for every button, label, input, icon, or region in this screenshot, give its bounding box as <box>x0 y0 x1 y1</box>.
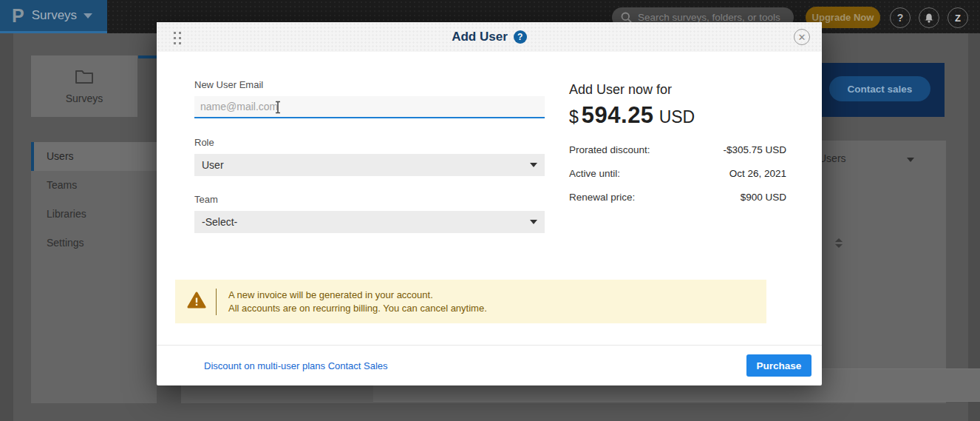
table-divider <box>373 401 980 402</box>
modal-footer: Discount on multi-user plans Contact Sal… <box>157 345 822 385</box>
price-heading: Add User now for <box>569 82 672 98</box>
sidebar-item-settings[interactable]: Settings <box>31 229 157 257</box>
app-root: Surveys Users Teams Libraries Settings C… <box>0 0 980 421</box>
sidebar-item-libraries[interactable]: Libraries <box>31 200 157 229</box>
warning-line1: A new invoice will be generated in your … <box>228 289 487 302</box>
close-icon[interactable]: ✕ <box>794 29 810 45</box>
help-icon[interactable]: ? <box>890 7 911 28</box>
help-icon[interactable]: ? <box>514 30 527 44</box>
chevron-down-icon <box>530 220 537 224</box>
email-field-wrap <box>194 96 545 118</box>
currency-code: USD <box>659 107 695 127</box>
email-label: New User Email <box>194 79 263 90</box>
contact-sales-link[interactable]: Discount on multi-user plans Contact Sal… <box>204 360 388 371</box>
search-input[interactable] <box>638 12 786 23</box>
purchase-button[interactable]: Purchase <box>746 354 811 377</box>
invoice-warning: A new invoice will be generated in your … <box>175 280 766 323</box>
users-filter-dropdown[interactable]: Users <box>819 152 846 164</box>
row-label: Renewal price: <box>569 192 635 215</box>
app-switcher[interactable]: P Surveys <box>0 0 107 33</box>
price-amount: $ 594.25 USD <box>569 102 695 129</box>
settings-sidebar: Users Teams Libraries Settings <box>31 142 157 403</box>
tab-surveys-label: Surveys <box>66 92 103 104</box>
chevron-down-icon <box>907 158 914 162</box>
sidebar-item-teams[interactable]: Teams <box>31 171 157 200</box>
team-select[interactable]: -Select- <box>194 211 545 233</box>
role-label: Role <box>194 137 214 148</box>
modal-header: Add User ? ✕ <box>157 22 822 52</box>
chevron-down-icon <box>530 163 537 167</box>
warning-line2: All accounts are on recurring billing. Y… <box>228 302 487 315</box>
add-user-modal: Add User ? ✕ New User Email Role User Te… <box>157 22 822 385</box>
sort-icon[interactable] <box>835 238 843 249</box>
currency-symbol: $ <box>569 107 579 127</box>
app-name: Surveys <box>32 8 77 23</box>
role-select-value: User <box>202 159 224 171</box>
team-select-value: -Select- <box>202 216 237 228</box>
left-gutter <box>0 33 13 421</box>
brand-logo: P <box>12 7 24 25</box>
contact-sales-button[interactable]: Contact sales <box>829 76 930 101</box>
row-value: $900 USD <box>741 192 786 215</box>
role-select[interactable]: User <box>194 154 545 176</box>
bell-icon[interactable] <box>919 7 939 28</box>
team-label: Team <box>194 194 218 205</box>
warning-icon <box>187 292 206 312</box>
warning-text: A new invoice will be generated in your … <box>228 289 487 315</box>
right-gutter <box>968 33 980 421</box>
tab-surveys[interactable]: Surveys <box>31 55 137 117</box>
pricing-row-renewal: Renewal price: $900 USD <box>569 192 786 215</box>
pricing-row-active-until: Active until: Oct 26, 2021 <box>569 168 786 192</box>
amount-value: 594.25 <box>582 102 654 129</box>
chevron-down-icon <box>84 13 92 18</box>
row-label: Active until: <box>569 168 620 192</box>
search-icon <box>621 12 632 23</box>
row-value: Oct 26, 2021 <box>729 168 786 192</box>
modal-title: Add User <box>452 30 508 44</box>
warning-divider <box>216 289 217 315</box>
sidebar-item-users[interactable]: Users <box>31 142 157 171</box>
pricing-details: Prorated discount: -$305.75 USD Active u… <box>569 144 786 215</box>
row-label: Prorated discount: <box>569 144 650 168</box>
pricing-row-prorated: Prorated discount: -$305.75 USD <box>569 144 786 168</box>
folder-icon <box>75 68 94 87</box>
active-tab-indicator <box>138 55 157 58</box>
avatar[interactable]: Z <box>947 7 968 28</box>
email-field[interactable] <box>194 96 545 117</box>
row-value: -$305.75 USD <box>723 144 786 168</box>
